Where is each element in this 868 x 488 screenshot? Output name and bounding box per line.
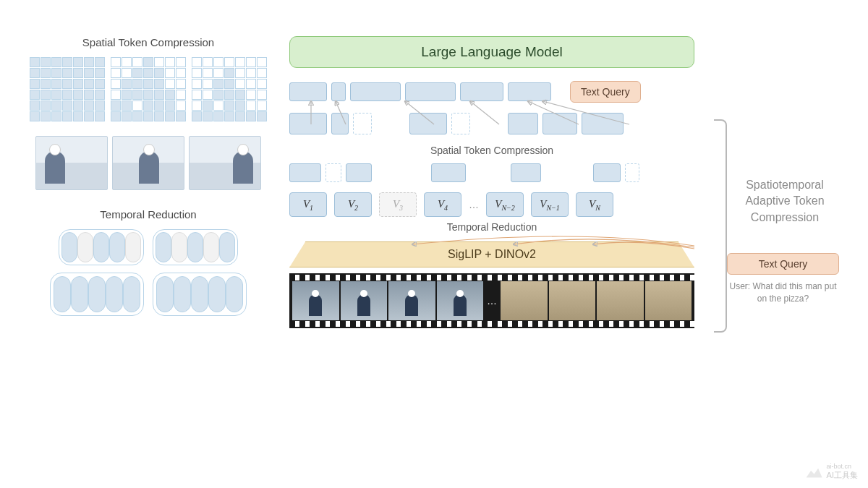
- scene-illustrations: [29, 136, 268, 190]
- scene-2: [112, 136, 184, 190]
- scene-1: [35, 136, 108, 190]
- token-dropped: [451, 113, 470, 134]
- encoder-block: SigLIP + DINOv2: [289, 241, 694, 267]
- token-dropped: [625, 163, 639, 182]
- token: [593, 163, 621, 182]
- temporal-tabs: [29, 229, 268, 316]
- tab-group-3: [50, 273, 144, 316]
- text-query-top: Text Query: [570, 81, 641, 103]
- user-question: User: What did this man put on the pizza…: [727, 281, 839, 305]
- grid-full: [30, 57, 105, 121]
- spatial-grids: [29, 57, 268, 121]
- video-filmstrip: …: [289, 273, 694, 328]
- token: [582, 113, 624, 134]
- token: [289, 113, 327, 134]
- spatial-compression-label: Spatial Token Compression: [289, 145, 694, 156]
- video-frame: [292, 281, 339, 320]
- v-token-1: V1: [289, 192, 327, 217]
- output-token-row: Text Query: [289, 81, 846, 103]
- spatial-row-2: [289, 163, 694, 182]
- left-column: Spatial Token Compression Temporal Reduc…: [29, 36, 268, 316]
- tab-group-2: [153, 229, 238, 265]
- video-frame: [388, 281, 435, 320]
- grid-mid: [111, 57, 186, 121]
- spatial-row: [289, 113, 694, 134]
- v-token-n-1: VN−1: [531, 192, 569, 217]
- video-frame: [549, 281, 596, 320]
- v-token-n: VN: [576, 192, 613, 217]
- token: [289, 82, 327, 101]
- video-frame: [645, 281, 692, 320]
- temporal-reduction-label: Temporal Reduction: [289, 221, 694, 233]
- video-token-row: V1 V2 V3 V4 … VN−2 VN−1 VN: [289, 192, 694, 217]
- token: [431, 163, 466, 182]
- token: [508, 113, 538, 134]
- tab-group-4: [153, 273, 247, 316]
- token-dropped: [326, 163, 341, 182]
- token: [409, 113, 447, 134]
- text-query-side-box: Text Query: [727, 253, 839, 275]
- token: [542, 113, 577, 134]
- v-token-2: V2: [334, 192, 372, 217]
- ellipsis: …: [469, 199, 479, 210]
- video-frame: [341, 281, 388, 320]
- text-query-side: Text Query User: What did this man put o…: [727, 253, 839, 305]
- token: [289, 163, 321, 182]
- temporal-title: Temporal Reduction: [29, 208, 268, 221]
- video-frame: [597, 281, 644, 320]
- token: [460, 82, 503, 101]
- tab-group-1: [59, 229, 144, 265]
- bracket: [714, 119, 727, 333]
- llm-block: Large Language Model: [289, 36, 694, 68]
- v-token-3-dropped: V3: [379, 192, 417, 217]
- grid-sparse: [192, 57, 267, 121]
- token: [350, 82, 401, 101]
- side-label: Spatiotemporal Adaptive Token Compressio…: [731, 177, 839, 226]
- v-token-4: V4: [424, 192, 461, 217]
- token: [331, 113, 349, 134]
- frame-ellipsis: …: [485, 295, 499, 307]
- token: [511, 163, 541, 182]
- spatial-title: Spatial Token Compression: [29, 36, 268, 48]
- token: [346, 163, 372, 182]
- token: [331, 82, 346, 101]
- token-dropped: [353, 113, 372, 134]
- token: [405, 82, 456, 101]
- video-frame: [437, 281, 484, 320]
- scene-3: [189, 136, 261, 190]
- video-frame: [501, 281, 548, 320]
- v-token-n-2: VN−2: [486, 192, 524, 217]
- token: [508, 82, 551, 101]
- watermark: ai-bot.cn AI工具集: [807, 463, 858, 481]
- logo-icon: [807, 466, 822, 478]
